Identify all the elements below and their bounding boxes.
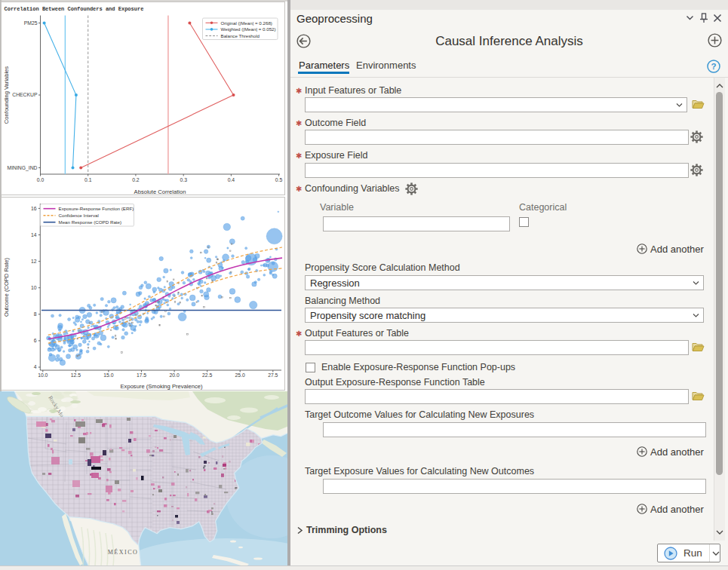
svg-text:Original (|Mean| = 0.268): Original (|Mean| = 0.268) [221,20,272,26]
svg-text:0.1: 0.1 [84,177,92,182]
svg-text:4: 4 [34,364,37,369]
svg-text:0.3: 0.3 [180,177,187,182]
svg-text:0.5: 0.5 [275,177,283,182]
svg-text:MÉXICO: MÉXICO [108,548,139,556]
svg-text:Balance Threshold: Balance Threshold [221,33,260,38]
svg-text:15.0: 15.0 [103,372,113,378]
svg-text:Weighted (|Mean| = 0.052): Weighted (|Mean| = 0.052) [221,26,276,32]
svg-text:0.2: 0.2 [132,177,140,182]
svg-text:10.0: 10.0 [38,372,48,378]
svg-text:Mean Response (COPD Rate): Mean Response (COPD Rate) [59,219,122,225]
svg-text:Absolute Correlation: Absolute Correlation [134,188,186,195]
svg-text:8: 8 [34,311,37,317]
svg-text:0.4: 0.4 [228,177,235,182]
svg-text:6: 6 [34,338,37,343]
svg-text:12: 12 [31,259,37,264]
svg-text:25.0: 25.0 [235,372,245,378]
svg-text:?: ? [711,62,716,71]
svg-text:Confidence Interval: Confidence Interval [59,213,99,218]
svg-text:14: 14 [31,232,37,238]
svg-text:PM25: PM25 [24,20,38,26]
svg-text:20.0: 20.0 [169,372,179,378]
svg-text:MINING_IND: MINING_IND [7,165,37,171]
svg-text:16: 16 [31,206,37,211]
svg-text:27.5: 27.5 [268,372,278,378]
svg-text:22.5: 22.5 [202,372,212,378]
svg-text:Confounding Variables: Confounding Variables [3,66,10,124]
svg-text:CHECKUP: CHECKUP [12,92,38,97]
svg-text:12.5: 12.5 [71,372,81,378]
svg-text:Exposure-Response Function (ER: Exposure-Response Function (ERF) [59,206,134,211]
svg-text:Outcome (COPD Rate): Outcome (COPD Rate) [3,258,10,317]
svg-text:17.5: 17.5 [137,372,146,378]
svg-text:Exposure (Smoking Prevalence): Exposure (Smoking Prevalence) [121,383,203,390]
svg-text:0.0: 0.0 [37,177,45,182]
svg-text:10: 10 [31,285,37,290]
svg-text:Correlation Between Confounder: Correlation Between Confounders and Expo… [5,6,144,12]
